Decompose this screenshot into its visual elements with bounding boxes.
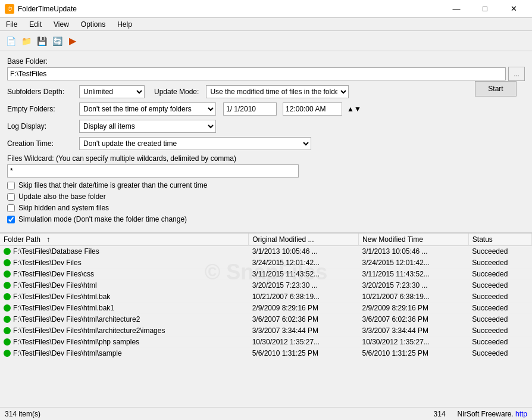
status-dot (4, 338, 11, 346)
cell-original: 3/24/2015 12:01:42... (249, 257, 359, 269)
cell-path: F:\TestFiles\Database Files (0, 246, 249, 257)
path-text: F:\TestFiles\Dev Files\html\sample (13, 349, 122, 357)
toolbar-open[interactable]: 📁 (19, 34, 33, 48)
status-dot (4, 259, 11, 266)
browse-button[interactable]: ... (508, 67, 525, 81)
cell-new-time: 5/6/2010 1:31:25 PM (358, 348, 468, 359)
table-row[interactable]: F:\TestFiles\Dev Files\html 3/20/2015 7:… (0, 280, 532, 291)
results-table[interactable]: Folder Path ↑ Original Modified ... New … (0, 234, 532, 407)
status-dot (4, 327, 11, 334)
update-mode-label: Update Mode: (154, 88, 199, 96)
skip-future-label: Skip files that their date/time is great… (18, 181, 207, 189)
menu-file[interactable]: File (0, 18, 23, 30)
title-bar: ⏱ FolderTimeUpdate — □ ✕ (0, 0, 532, 18)
results-data-table: Folder Path ↑ Original Modified ... New … (0, 234, 532, 359)
table-row[interactable]: F:\TestFiles\Dev Files\html\php samples … (0, 337, 532, 348)
skip-hidden-checkbox[interactable] (7, 204, 15, 212)
maximize-button[interactable]: □ (471, 0, 499, 18)
log-display-label: Log Display: (7, 122, 76, 130)
toolbar-new[interactable]: 📄 (4, 34, 18, 48)
start-button[interactable]: Start (475, 81, 517, 97)
cell-new-time: 10/21/2007 6:38:19... (358, 291, 468, 303)
menu-options[interactable]: Options (75, 18, 111, 30)
cell-original: 3/20/2015 7:23:30 ... (249, 280, 359, 291)
menu-help[interactable]: Help (111, 18, 138, 30)
cell-path: F:\TestFiles\Dev Files (0, 257, 249, 269)
col-original[interactable]: Original Modified ... (249, 234, 359, 246)
toolbar-reload[interactable]: 🔄 (50, 34, 64, 48)
toolbar-run[interactable]: ▶ (65, 34, 80, 48)
subfolders-row: Subfolders Depth: Unlimited 1 2 3 Update… (7, 85, 525, 98)
skip-future-checkbox[interactable] (7, 182, 15, 189)
cell-new-time: 3/6/2007 6:02:36 PM (358, 314, 468, 325)
subfolders-select[interactable]: Unlimited 1 2 3 (79, 85, 145, 98)
empty-folders-time[interactable] (283, 102, 342, 116)
log-display-select[interactable]: Display all items (79, 120, 216, 133)
cell-status: Succeeded (468, 303, 531, 314)
update-mode-select[interactable]: Use the modified time of files in the fo… (206, 85, 349, 98)
minimize-button[interactable]: — (443, 0, 470, 18)
cell-path: F:\TestFiles\Dev Files\html\sample (0, 348, 249, 359)
simulation-checkbox[interactable] (7, 216, 15, 223)
cell-path: F:\TestFiles\Dev Files\css (0, 269, 249, 280)
col-status[interactable]: Status (468, 234, 531, 246)
cell-status: Succeeded (468, 257, 531, 269)
checkbox-skip-future: Skip files that their date/time is great… (7, 181, 525, 189)
cell-path: F:\TestFiles\Dev Files\html.bak1 (0, 303, 249, 314)
path-text: F:\TestFiles\Dev Files\css (13, 270, 94, 278)
update-base-label: Update also the base folder (18, 192, 106, 201)
cell-path: F:\TestFiles\Dev Files\html.bak (0, 291, 249, 303)
path-text: F:\TestFiles\Database Files (13, 247, 99, 256)
cell-status: Succeeded (468, 246, 531, 257)
table-row[interactable]: F:\TestFiles\Dev Files\html.bak 10/21/20… (0, 291, 532, 303)
status-dot (4, 270, 11, 278)
app-icon: ⏱ (5, 4, 14, 14)
checkbox-update-base: Update also the base folder (7, 192, 525, 201)
table-row[interactable]: F:\TestFiles\Database Files 3/1/2013 10:… (0, 246, 532, 257)
cell-original: 2/9/2009 8:29:16 PM (249, 303, 359, 314)
empty-folders-select[interactable]: Don't set the time of empty folders (79, 102, 216, 116)
cell-original: 3/6/2007 6:02:36 PM (249, 314, 359, 325)
cell-new-time: 3/3/2007 3:34:44 PM (358, 325, 468, 337)
wildcard-input[interactable] (7, 164, 299, 178)
base-folder-input[interactable] (7, 67, 506, 80)
cell-new-time: 10/30/2012 1:35:27... (358, 337, 468, 348)
cell-status: Succeeded (468, 280, 531, 291)
cell-original: 10/30/2012 1:35:27... (249, 337, 359, 348)
col-new-time[interactable]: New Modified Time (358, 234, 468, 246)
cell-original: 3/3/2007 3:34:44 PM (249, 325, 359, 337)
time-spinner[interactable]: ▲▼ (347, 105, 361, 113)
path-text: F:\TestFiles\Dev Files\html (13, 281, 97, 290)
table-row[interactable]: F:\TestFiles\Dev Files\html\architecture… (0, 325, 532, 337)
cell-status: Succeeded (468, 269, 531, 280)
base-folder-label: Base Folder: (7, 57, 525, 66)
results-panel: Folder Path ↑ Original Modified ... New … (0, 233, 532, 407)
window-controls: — □ ✕ (443, 0, 527, 18)
cell-status: Succeeded (468, 337, 531, 348)
cell-new-time: 3/20/2015 7:23:30 ... (358, 280, 468, 291)
table-row[interactable]: F:\TestFiles\Dev Files 3/24/2015 12:01:4… (0, 257, 532, 269)
creation-time-select[interactable]: Don't update the created time (79, 137, 311, 150)
path-text: F:\TestFiles\Dev Files\html\architecture… (13, 326, 165, 335)
creation-time-label: Creation Time: (7, 139, 76, 148)
empty-folders-date[interactable] (223, 102, 277, 116)
empty-folders-row: Empty Folders: Don't set the time of emp… (7, 102, 525, 116)
menu-edit[interactable]: Edit (23, 18, 48, 30)
status-items: 314 item(s) (5, 410, 40, 418)
cell-status: Succeeded (468, 291, 531, 303)
status-dot (4, 350, 11, 357)
table-row[interactable]: F:\TestFiles\Dev Files\css 3/11/2015 11:… (0, 269, 532, 280)
statusbar: 314 item(s) 314 NirSoft Freeware. http (0, 407, 532, 420)
table-row[interactable]: F:\TestFiles\Dev Files\html.bak1 2/9/200… (0, 303, 532, 314)
status-count: 314 (434, 410, 446, 418)
close-button[interactable]: ✕ (500, 0, 527, 18)
update-base-checkbox[interactable] (7, 193, 15, 201)
toolbar-save[interactable]: 💾 (35, 34, 49, 48)
col-folder-path[interactable]: Folder Path ↑ (0, 234, 249, 246)
creation-time-row: Creation Time: Don't update the created … (7, 137, 525, 150)
table-row[interactable]: F:\TestFiles\Dev Files\html\sample 5/6/2… (0, 348, 532, 359)
table-row[interactable]: F:\TestFiles\Dev Files\html\architecture… (0, 314, 532, 325)
menu-view[interactable]: View (48, 18, 75, 30)
window-title: FolderTimeUpdate (18, 5, 77, 13)
cell-original: 5/6/2010 1:31:25 PM (249, 348, 359, 359)
